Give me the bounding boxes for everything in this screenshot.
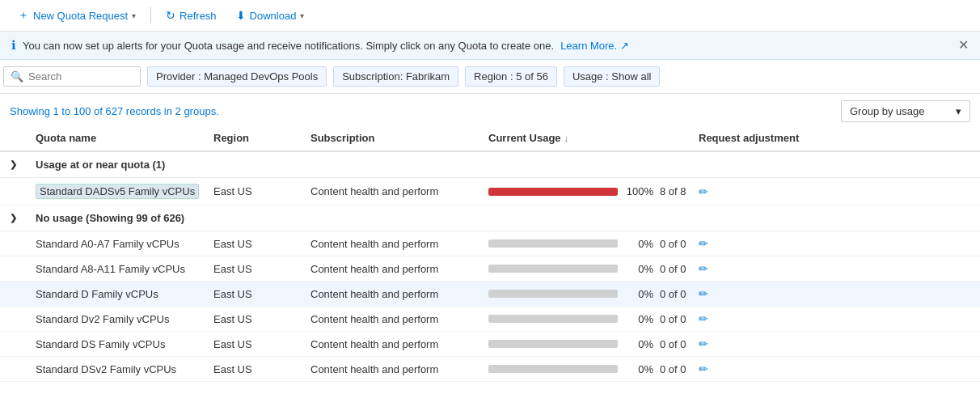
new-quota-chevron-icon: ▾ [132, 11, 136, 20]
usage-cell: 0% 0 of 0 [488, 263, 699, 275]
col-quota-name[interactable]: Quota name [36, 132, 213, 144]
region-cell: East US [213, 288, 310, 300]
edit-cell[interactable]: ✏ [699, 185, 860, 198]
edit-cell[interactable]: ✏ [699, 262, 860, 275]
usage-bar-container [488, 188, 618, 196]
subscription-filter-tag[interactable]: Subscription: Fabrikam [333, 66, 458, 87]
search-input[interactable] [28, 70, 125, 83]
quota-name-cell: Standard DS Family vCPUs [36, 338, 213, 350]
learn-more-text: Learn More. [560, 40, 617, 52]
subscription-cell: Content health and perform [310, 338, 488, 350]
col-region[interactable]: Region [213, 132, 310, 144]
records-summary: Showing 1 to 100 of 627 records in 2 gro… [10, 105, 219, 117]
refresh-icon: ↻ [166, 9, 175, 22]
usage-filter-label: Usage : Show all [572, 70, 652, 83]
refresh-label: Refresh [180, 10, 217, 22]
download-chevron-icon: ▾ [300, 11, 304, 20]
table-row: Standard A8-A11 Family vCPUs East US Con… [0, 256, 980, 282]
dropdown-chevron-icon: ▾ [956, 105, 961, 117]
edit-icon[interactable]: ✏ [699, 312, 708, 325]
group2-chevron-icon[interactable]: ❯ [10, 213, 36, 223]
groups-count: 2 groups. [175, 105, 219, 117]
usage-pct: 100% [624, 185, 653, 197]
new-quota-label: New Quota Request [33, 10, 128, 22]
table-row: Standard Dv2 Family vCPUs East US Conten… [0, 307, 980, 332]
download-button[interactable]: ⬇ Download ▾ [228, 6, 313, 25]
search-box[interactable]: 🔍 [3, 66, 141, 87]
region-cell: East US [213, 185, 310, 197]
toolbar-divider-1 [150, 7, 151, 23]
group1-chevron-icon[interactable]: ❯ [10, 159, 36, 170]
region-cell: East US [213, 338, 310, 350]
usage-cell: 0% 0 of 0 [488, 338, 699, 350]
banner-close-button[interactable]: ✕ [958, 39, 969, 52]
edit-cell[interactable]: ✏ [699, 287, 860, 300]
quota-name-highlighted: Standard DADSv5 Family vCPUs [36, 184, 199, 199]
region-filter-tag[interactable]: Region : 5 of 56 [465, 66, 557, 87]
quota-name-cell: Standard D Family vCPUs [36, 288, 213, 300]
table-row: Standard DSv2 Family vCPUs East US Conte… [0, 357, 980, 382]
group1-label: Usage at or near quota (1) [36, 159, 970, 171]
usage-cell: 0% 0 of 0 [488, 313, 699, 325]
col-request-adjustment: Request adjustment [699, 132, 860, 144]
usage-bar-container [488, 365, 618, 373]
group-by-dropdown[interactable]: Group by usage ▾ [841, 100, 970, 122]
edit-cell[interactable]: ✏ [699, 237, 860, 250]
quota-name-cell: Standard DADSv5 Family vCPUs [36, 184, 213, 199]
subscription-cell: Content health and perform [310, 238, 488, 250]
provider-filter-tag[interactable]: Provider : Managed DevOps Pools [147, 66, 327, 87]
edit-icon[interactable]: ✏ [699, 362, 708, 375]
group-row-2[interactable]: ❯ No usage (Showing 99 of 626) [0, 206, 980, 231]
new-quota-request-button[interactable]: ＋ New Quota Request ▾ [10, 5, 144, 26]
subscription-filter-label: Subscription: Fabrikam [342, 70, 450, 83]
usage-pct: 0% [624, 238, 653, 250]
usage-pct: 0% [624, 313, 653, 325]
edit-icon[interactable]: ✏ [699, 262, 708, 275]
info-banner: ℹ You can now set up alerts for your Quo… [0, 32, 980, 60]
refresh-button[interactable]: ↻ Refresh [158, 6, 225, 25]
sort-desc-icon: ↓ [564, 133, 569, 143]
usage-bar-container [488, 290, 618, 298]
download-label: Download [250, 10, 297, 22]
region-cell: East US [213, 263, 310, 275]
subscription-cell: Content health and perform [310, 363, 488, 375]
edit-icon[interactable]: ✏ [699, 337, 708, 350]
plus-icon: ＋ [18, 8, 29, 23]
usage-bar-container [488, 239, 618, 248]
table-container: Quota name Region Subscription Current U… [0, 125, 980, 382]
edit-icon[interactable]: ✏ [699, 287, 708, 300]
table-header: Quota name Region Subscription Current U… [0, 125, 980, 152]
region-cell: East US [213, 238, 310, 250]
edit-cell[interactable]: ✏ [699, 337, 860, 350]
usage-pct: 0% [624, 288, 653, 300]
edit-cell[interactable]: ✏ [699, 312, 860, 325]
usage-bar-container [488, 340, 618, 348]
download-icon: ⬇ [236, 9, 246, 22]
edit-cell[interactable]: ✏ [699, 362, 860, 375]
region-cell: East US [213, 313, 310, 325]
usage-filter-tag[interactable]: Usage : Show all [564, 66, 661, 87]
banner-message: You can now set up alerts for your Quota… [23, 40, 554, 52]
filter-bar: 🔍 Provider : Managed DevOps Pools Subscr… [0, 60, 980, 94]
quota-name-cell: Standard Dv2 Family vCPUs [36, 313, 213, 325]
edit-icon[interactable]: ✏ [699, 237, 708, 250]
usage-pct: 0% [624, 263, 653, 275]
group-dropdown-label: Group by usage [850, 105, 925, 117]
external-link-icon: ↗ [620, 40, 629, 52]
quota-name-cell: Standard A8-A11 Family vCPUs [36, 263, 213, 275]
learn-more-link[interactable]: Learn More. ↗ [560, 40, 629, 52]
records-text: Showing 1 to 100 of 627 records in [10, 105, 172, 117]
usage-cell: 0% 0 of 0 [488, 288, 699, 300]
col-subscription[interactable]: Subscription [310, 132, 488, 144]
region-filter-label: Region : 5 of 56 [474, 70, 548, 83]
group2-rows-container: Standard A0-A7 Family vCPUs East US Cont… [0, 231, 980, 382]
edit-icon[interactable]: ✏ [699, 185, 708, 198]
usage-bar-container [488, 315, 618, 323]
toolbar: ＋ New Quota Request ▾ ↻ Refresh ⬇ Downlo… [0, 0, 980, 32]
group-row-1[interactable]: ❯ Usage at or near quota (1) [0, 152, 980, 178]
subheader: Showing 1 to 100 of 627 records in 2 gro… [0, 94, 980, 125]
usage-bar-fill [488, 188, 618, 196]
col-current-usage[interactable]: Current Usage ↓ [488, 132, 699, 144]
table-row: Standard A0-A7 Family vCPUs East US Cont… [0, 231, 980, 256]
subscription-cell: Content health and perform [310, 263, 488, 275]
